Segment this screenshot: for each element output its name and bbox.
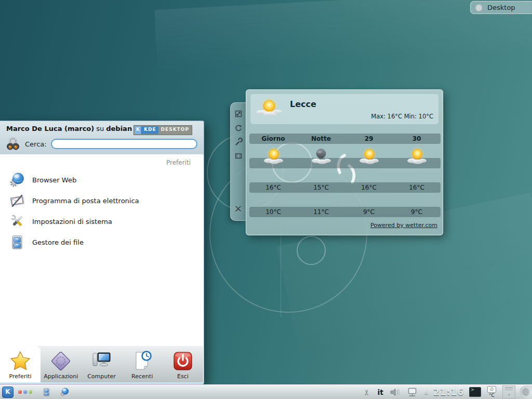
volume-icon[interactable] <box>390 388 401 397</box>
kickoff-header: Marco De Luca (marco)sudebian KDE DESKTO… <box>0 121 204 155</box>
digital-clock[interactable]: 21:16 <box>433 387 464 397</box>
keyboard-layout-indicator[interactable]: it <box>377 388 383 396</box>
web-browser-icon[interactable] <box>60 387 70 397</box>
diamond-icon <box>49 349 72 373</box>
title-connector: su <box>96 125 104 132</box>
night-temp: 9°C <box>345 207 393 217</box>
moon-cloud-icon <box>297 144 345 168</box>
tab-label: Applicazioni <box>44 373 78 380</box>
computer-icon <box>89 349 113 373</box>
pager-dots[interactable] <box>18 390 32 394</box>
kickoff-tab-bar: Preferiti Applicazioni <box>0 345 203 382</box>
cashew-icon <box>522 388 530 396</box>
kickoff-menu: Marco De Luca (marco)sudebian KDE DESKTO… <box>0 121 204 384</box>
column-header: 30 <box>393 134 441 144</box>
maximize-icon[interactable] <box>234 152 243 162</box>
sun-cloud-icon <box>345 144 393 168</box>
temperature-applet[interactable]: °C <box>487 386 496 398</box>
tray-expander-icon[interactable]: ▲ <box>424 390 428 395</box>
blue-dot-icon[interactable] <box>23 390 27 394</box>
weather-column-headers: Giorno Notte 29 30 <box>249 134 441 144</box>
tab-label: Preferiti <box>9 373 32 380</box>
tab-label: Recenti <box>131 373 153 380</box>
file-cabinet-icon <box>9 234 25 250</box>
weather-night-temps: 10°C 11°C 9°C 9°C <box>249 207 441 217</box>
network-monitor-icon[interactable] <box>407 387 418 397</box>
mail-icon <box>9 192 25 209</box>
day-temp: 16°C <box>393 182 441 193</box>
green-dot-icon[interactable] <box>29 390 32 394</box>
desktop-toolbox[interactable]: Desktop <box>470 1 532 14</box>
toolbox-label: Desktop <box>487 4 515 11</box>
column-header: Notte <box>297 134 345 144</box>
kde-menu-launcher-icon[interactable] <box>2 387 14 398</box>
weather-city: Lecce <box>290 99 316 109</box>
weather-header: Lecce Max: 16°C Min: 10°C <box>250 94 438 124</box>
crossed-tools-icon <box>9 213 25 230</box>
panel-widget-strip[interactable] <box>502 385 515 399</box>
weather-icons-row <box>249 144 441 168</box>
kickoff-body: Preferiti Browser Web <box>0 154 203 346</box>
favorite-item-systemsettings[interactable]: Impostazioni di sistema <box>0 211 203 232</box>
user-title: Marco De Luca (marco)sudebian <box>6 125 132 132</box>
sun-cloud-icon <box>256 96 283 124</box>
tab-applicazioni[interactable]: Applicazioni <box>41 346 81 382</box>
favorite-label: Gestore dei file <box>32 238 84 246</box>
tab-computer[interactable]: Computer <box>81 346 122 382</box>
favorite-label: Programma di posta elettronica <box>32 197 139 205</box>
power-icon <box>171 349 194 373</box>
weather-day-temps: 16°C 15°C 16°C 16°C <box>249 182 441 193</box>
close-widget-icon[interactable]: ✕ <box>234 204 243 214</box>
favorite-label: Impostazioni di sistema <box>32 218 112 225</box>
clipboard-scissors-icon[interactable]: ✂ <box>362 389 371 395</box>
resize-icon[interactable] <box>234 110 243 120</box>
search-input[interactable] <box>51 139 197 149</box>
star-icon <box>9 349 32 373</box>
sun-cloud-icon <box>249 144 297 168</box>
night-temp: 11°C <box>297 207 345 217</box>
cashew-icon <box>475 4 483 12</box>
favorite-item-filemanager[interactable]: Gestore dei file <box>0 232 203 252</box>
panel-cashew[interactable] <box>520 385 532 399</box>
kde-desktop-badge: KDE DESKTOP <box>134 125 192 135</box>
host-name: debian <box>106 125 132 132</box>
no-data-icon <box>487 386 496 393</box>
globe-gear-icon <box>9 171 25 188</box>
day-temp: 16°C <box>345 182 393 193</box>
day-temp: 16°C <box>249 182 297 193</box>
tab-label: Esci <box>177 373 189 380</box>
kickoff-bottom-strip <box>0 382 203 384</box>
tab-esci[interactable]: Esci <box>163 346 203 382</box>
tab-label: Computer <box>87 373 116 380</box>
configure-wrench-icon[interactable] <box>234 138 243 148</box>
red-dot-icon[interactable] <box>18 390 22 394</box>
favorite-item-browser[interactable]: Browser Web <box>0 169 203 190</box>
recent-document-icon <box>131 349 154 373</box>
user-name: Marco De Luca (marco) <box>6 125 94 132</box>
wetter-credit-link[interactable]: Powered by wetter.com <box>370 222 437 229</box>
rotate-icon[interactable] <box>234 124 243 134</box>
kde-logo-icon <box>135 126 142 134</box>
night-temp: 9°C <box>393 207 441 217</box>
temp-unit-label: °C <box>489 393 495 398</box>
favorite-label: Browser Web <box>32 176 76 184</box>
sun-cloud-icon <box>393 144 441 168</box>
taskbar-panel: ✂ it ▲ 21:16 °C <box>0 384 532 399</box>
weather-minmax: Max: 16°C Min: 10°C <box>371 113 433 120</box>
weather-widget[interactable]: Lecce Max: 16°C Min: 10°C Giorno Notte 2… <box>246 89 443 235</box>
search-binoculars-icon <box>5 136 21 152</box>
favorite-item-mail[interactable]: Programma di posta elettronica <box>0 190 203 211</box>
column-header: Giorno <box>249 134 297 144</box>
file-manager-icon[interactable] <box>42 387 51 397</box>
day-temp: 15°C <box>297 182 345 193</box>
night-temp: 10°C <box>249 207 297 217</box>
tab-preferiti[interactable]: Preferiti <box>0 346 41 382</box>
terminal-icon[interactable] <box>469 387 481 397</box>
badge-kde-label: KDE <box>142 126 158 134</box>
tab-recenti[interactable]: Recenti <box>122 346 163 382</box>
badge-desktop-label: DESKTOP <box>159 126 191 134</box>
widget-handle[interactable]: ✕ <box>230 102 246 221</box>
search-label: Cerca: <box>25 140 47 148</box>
section-label: Preferiti <box>0 154 203 169</box>
column-header: 29 <box>345 134 393 144</box>
